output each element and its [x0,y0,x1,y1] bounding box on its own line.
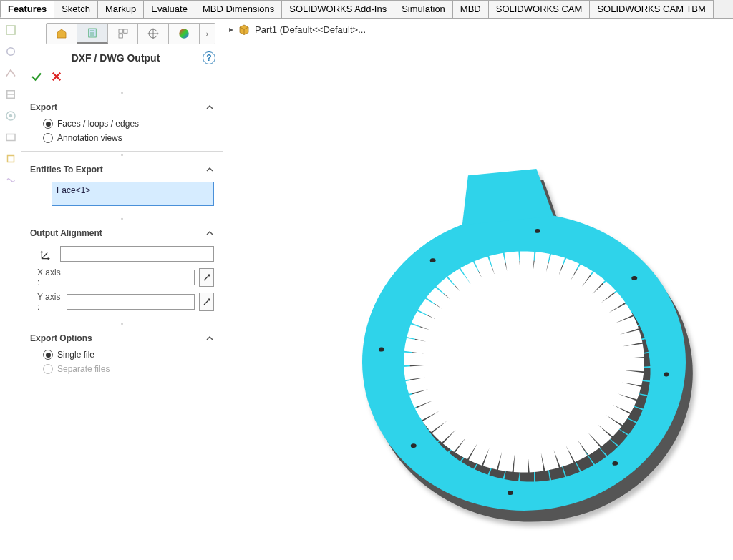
tool-icon-1[interactable] [4,23,18,37]
svg-rect-6 [6,134,15,141]
breadcrumb-text: Part1 (Default<<Default>... [255,24,366,35]
options-radio-separate: Separate files [30,362,214,376]
chevron-up-icon[interactable] [205,103,214,112]
fm-tab-dim[interactable] [138,24,169,44]
triad-icon[interactable] [37,245,56,263]
feature-manager-tabs: › [46,23,215,44]
ribbon-tab-simulation[interactable]: Simulation [394,0,453,18]
tool-icon-2[interactable] [4,44,18,59]
ribbon-tab-markup[interactable]: Markup [97,0,144,18]
panel-title: DXF / DWG Output [29,52,203,64]
svg-rect-11 [119,29,122,33]
section-export-head: Export [30,102,57,112]
fm-tab-appearance[interactable] [169,24,200,44]
property-panel: › DXF / DWG Output ? ◦ Export Faces / lo… [21,19,223,560]
tool-icon-5[interactable] [4,109,18,123]
export-radio-faces[interactable]: Faces / loops / edges [30,117,214,131]
panel-grip-1[interactable]: ◦ [21,89,223,95]
ribbon-tab-features[interactable]: Features [0,0,54,18]
chevron-up-icon[interactable] [205,334,214,343]
ok-button[interactable] [30,70,43,83]
section-export-options: Export Options Single file Separate file… [21,326,223,382]
export-radio-annotation[interactable]: Annotation views [30,131,214,145]
ribbon-tab-sketch[interactable]: Sketch [54,0,98,18]
fm-tab-assembly[interactable] [47,24,77,44]
yaxis-flip-button[interactable] [199,293,214,311]
svg-point-5 [9,114,12,118]
left-tool-column [0,19,21,560]
ribbon-tabs: FeaturesSketchMarkupEvaluateMBD Dimensio… [0,0,733,19]
section-export-options-head: Export Options [30,333,92,343]
ribbon-tab-solidworks-cam-tbm[interactable]: SOLIDWORKS CAM TBM [589,0,713,18]
svg-rect-12 [123,29,127,33]
workspace: › DXF / DWG Output ? ◦ Export Faces / lo… [0,19,733,560]
entity-item[interactable]: Face<1> [57,185,209,195]
options-radio-separate-label: Separate files [57,364,110,374]
fm-tab-config[interactable] [108,24,139,44]
radio-dot-icon [43,350,53,360]
section-entities: Entities To Export Face<1> [21,157,223,215]
section-entities-head: Entities To Export [30,164,103,175]
svg-point-1 [6,48,14,56]
options-radio-single-label: Single file [57,350,94,360]
panel-grip-3[interactable]: ◦ [21,215,223,221]
svg-rect-0 [6,26,15,34]
xaxis-input[interactable] [67,270,195,285]
section-export: Export Faces / loops / edges Annotation … [21,95,223,152]
part-icon [238,23,251,36]
ribbon-tab-mbd[interactable]: MBD [452,0,489,18]
section-alignment: Output Alignment X axis : Y axis : [21,221,223,320]
options-radio-single[interactable]: Single file [30,348,214,362]
breadcrumb-expand-icon[interactable]: ▸ [229,24,233,34]
chevron-up-icon[interactable] [205,165,214,174]
xaxis-label: X axis : [37,267,62,288]
tool-icon-8[interactable] [4,173,18,187]
panel-grip-2[interactable]: ◦ [21,152,223,157]
fm-tab-more[interactable]: › [200,24,215,44]
yaxis-input[interactable] [67,294,195,310]
ribbon-tab-mbd-dimensions[interactable]: MBD Dimensions [195,0,282,18]
tool-icon-7[interactable] [4,152,18,166]
export-radio-annotation-label: Annotation views [57,133,122,143]
tool-icon-4[interactable] [4,87,18,102]
graphics-viewport[interactable]: ▸ Part1 (Default<<Default>... [223,19,733,560]
radio-dot-icon [43,364,53,374]
help-icon[interactable]: ? [203,51,215,64]
ribbon-tab-solidworks-add-ins[interactable]: SOLIDWORKS Add-Ins [281,0,394,18]
alignment-primary-input[interactable] [60,246,214,262]
svg-point-17 [179,29,189,39]
export-radio-faces-label: Faces / loops / edges [57,119,139,129]
fm-tab-property[interactable] [77,24,108,44]
breadcrumb[interactable]: ▸ Part1 (Default<<Default>... [229,23,366,36]
yaxis-label: Y axis : [37,292,62,312]
radio-dot-icon [43,133,53,143]
ribbon-tab-evaluate[interactable]: Evaluate [143,0,195,18]
cancel-button[interactable] [50,70,63,83]
panel-grip-4[interactable]: ◦ [21,320,223,326]
model-part[interactable] [331,147,717,548]
section-alignment-head: Output Alignment [30,228,102,238]
tool-icon-3[interactable] [4,66,18,80]
chevron-up-icon[interactable] [205,229,214,237]
xaxis-flip-button[interactable] [199,268,214,287]
radio-dot-icon [43,119,53,129]
entities-selection-box[interactable]: Face<1> [52,182,214,206]
ribbon-tab-solidworks-cam[interactable]: SOLIDWORKS CAM [488,0,591,18]
svg-rect-13 [119,34,122,38]
tool-icon-6[interactable] [4,130,18,144]
